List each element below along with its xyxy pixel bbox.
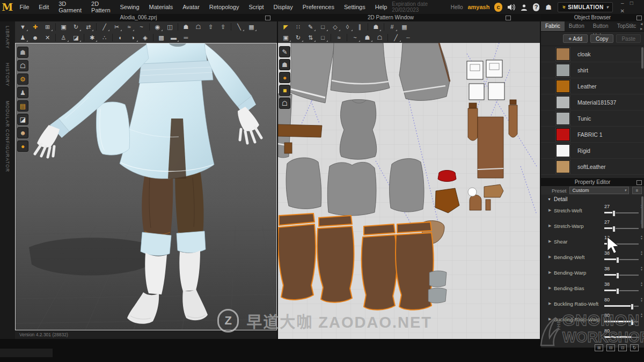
pattern-note-icon[interactable]: ■ <box>279 85 290 96</box>
piece-stick[interactable] <box>486 200 491 210</box>
library-hardware-icon[interactable]: ⚙ <box>17 73 28 85</box>
property-slider[interactable] <box>604 259 639 260</box>
fabric-item-material181537[interactable]: Material181537 <box>541 94 644 110</box>
menu-edit[interactable]: Edit <box>34 4 54 10</box>
splitter-center[interactable] <box>277 43 278 339</box>
fabric-item-rigid[interactable]: Rigid <box>541 143 644 159</box>
show-garment-tool-icon[interactable]: ☖ <box>193 22 204 32</box>
piece-strap-a[interactable] <box>468 108 478 141</box>
tab-topstitc[interactable]: TopStitc <box>613 21 641 31</box>
simulate-tool-icon[interactable]: ▼ <box>17 22 28 32</box>
popout-property-editor-icon[interactable] <box>636 180 642 185</box>
property-value[interactable]: 27 <box>604 219 610 225</box>
pattern-window-2d[interactable]: ✎☗●■☖ <box>278 43 540 339</box>
sync-garment-tool-icon[interactable]: ☗ <box>180 22 192 32</box>
menu-script[interactable]: Script <box>244 4 268 10</box>
shade-b-tool-icon[interactable]: ◑ <box>127 33 138 42</box>
grid-3d-tool-icon[interactable]: ▦ <box>246 22 257 32</box>
mannequin-tool-icon[interactable]: ♙ <box>58 33 69 42</box>
tab-scroll-arrows[interactable]: ◂ ▸ <box>640 21 644 31</box>
circle-tool-icon[interactable]: ◇ <box>330 22 341 32</box>
free-sewing-tool-icon[interactable]: ~ <box>136 22 147 32</box>
menu-retopology[interactable]: Retopology <box>204 4 244 10</box>
move-2d-tool-icon[interactable]: ▣ <box>280 33 291 42</box>
slider-handle[interactable] <box>631 319 634 326</box>
piece-red[interactable] <box>438 171 456 182</box>
tab-button[interactable]: Button <box>565 21 589 31</box>
fabric-swatch[interactable] <box>556 48 570 61</box>
property-value[interactable]: 80 <box>604 297 610 302</box>
gem-tool-icon[interactable]: ◈ <box>140 33 151 42</box>
grid-2d-tool-icon[interactable]: # <box>386 22 398 32</box>
flatten-tool-icon[interactable]: ▬ <box>168 33 179 42</box>
expand-icon[interactable] <box>548 317 551 321</box>
rotate-pattern-tool-icon[interactable]: ↻ <box>70 22 82 32</box>
menu-display[interactable]: Display <box>269 4 298 10</box>
copy-2d-tool-icon[interactable]: □ <box>317 33 328 42</box>
property-value[interactable]: 12 <box>604 235 610 240</box>
help-icon[interactable] <box>533 3 540 11</box>
measure-tool-icon[interactable]: ╲ <box>233 22 245 32</box>
segment-sewing-tool-icon[interactable]: ≈ <box>123 22 135 32</box>
rect-tool-icon[interactable]: □ <box>317 22 328 32</box>
property-slider[interactable] <box>604 228 639 229</box>
pen-3d-tool-icon[interactable]: ╱ <box>99 22 110 32</box>
property-value[interactable]: 27 <box>604 204 610 209</box>
pleats-tool-icon[interactable]: ∥ <box>354 22 365 32</box>
avatar-show-tool-icon[interactable]: ♟ <box>17 33 28 42</box>
dart-tool-icon[interactable]: ◊ <box>342 22 353 32</box>
slider-handle[interactable] <box>612 226 616 232</box>
sidebar-tab-history[interactable]: HISTORY <box>5 63 10 86</box>
garment-2d-b-tool-icon[interactable]: ☖ <box>374 33 385 42</box>
minimize-button[interactable]: – <box>618 0 627 7</box>
slider-handle[interactable] <box>612 210 616 217</box>
menu-help[interactable]: Help <box>370 4 392 10</box>
menu-avatar[interactable]: Avatar <box>178 4 204 10</box>
viewport-3d[interactable]: ☗☖⚙♟▤◪☻● <box>15 43 277 330</box>
pattern-garment-icon[interactable]: ☗ <box>279 59 290 70</box>
view-3d-button[interactable]: ⊟ <box>606 344 615 351</box>
avatar-delete-tool-icon[interactable]: ✕ <box>42 33 53 42</box>
expand-icon[interactable] <box>548 270 551 275</box>
property-slider[interactable] <box>604 337 639 338</box>
pen-2d-tool-icon[interactable]: ✎ <box>305 22 316 32</box>
property-value[interactable]: 38 <box>604 266 610 271</box>
fabric-swatch[interactable] <box>556 64 570 77</box>
slider-handle[interactable] <box>616 257 619 263</box>
property-slider[interactable] <box>604 321 639 322</box>
flip-2d-tool-icon[interactable]: ⇅ <box>305 33 316 42</box>
copy-fabric-button[interactable]: Copy <box>590 34 613 43</box>
property-slider[interactable] <box>604 243 639 245</box>
library-fabric-icon[interactable]: ◪ <box>17 114 28 125</box>
tab-button-hole[interactable]: Button Hole <box>589 21 613 31</box>
add-fabric-button[interactable]: + Add <box>563 34 588 43</box>
fabric-item-fabric-1[interactable]: FABRIC 1 <box>541 127 644 143</box>
menu-sewing[interactable]: Sewing <box>115 4 144 10</box>
points-tool-icon[interactable]: ∴ <box>99 33 110 42</box>
slider-handle[interactable] <box>616 288 619 294</box>
expand-icon[interactable] <box>548 255 551 259</box>
refresh-button[interactable]: ↻ <box>630 344 639 351</box>
fabric-swatch[interactable] <box>556 96 570 109</box>
rotate-2d-tool-icon[interactable]: ↻ <box>292 33 304 42</box>
popout-object-browser-icon[interactable] <box>636 16 642 20</box>
move-pattern-tool-icon[interactable]: ▣ <box>58 22 69 32</box>
menu-2d-pattern[interactable]: 2D Pattern <box>86 1 115 13</box>
spinner-arrows-icon[interactable] <box>641 297 642 302</box>
property-slider[interactable] <box>604 275 639 276</box>
slider-handle[interactable] <box>616 272 619 279</box>
sidebar-tab-modular-configurator[interactable]: MODULAR CONFIGURATOR <box>5 101 10 172</box>
expand-icon[interactable] <box>548 224 551 228</box>
expand-icon[interactable] <box>548 239 551 243</box>
piece-panel-b[interactable] <box>327 162 376 216</box>
transform-pattern-tool-icon[interactable]: ⇄ <box>83 22 94 32</box>
speaker-icon[interactable] <box>507 3 515 11</box>
transform-2d-tool-icon[interactable]: ◤ <box>280 22 291 32</box>
sew-2d-tool-icon[interactable]: ~ <box>349 33 361 42</box>
fabric-swatch[interactable] <box>556 80 570 93</box>
pattern-orange-icon[interactable]: ● <box>279 72 290 83</box>
fabric-item-softleather[interactable]: softLeather <box>541 159 644 175</box>
pin-box-tool-icon[interactable]: ✱ <box>86 33 98 42</box>
view-2d-button[interactable]: ⊡ <box>618 344 627 351</box>
fabric-swatch[interactable] <box>556 112 570 125</box>
